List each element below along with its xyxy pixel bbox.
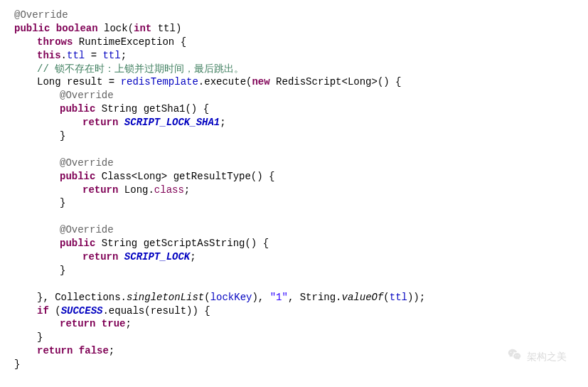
keyword: return	[82, 117, 118, 128]
keyword: return	[60, 318, 95, 329]
code-line: @Override	[14, 89, 574, 102]
field: ttl	[390, 292, 407, 303]
annotation: @Override	[60, 157, 114, 169]
code-block: @Override public boolean lock(int ttl) t…	[14, 9, 574, 371]
space	[118, 117, 124, 128]
identifier: Long.	[118, 184, 154, 196]
identifier: Class<Long> getResultType() {	[95, 171, 274, 182]
static-method: valueOf	[342, 292, 384, 303]
punct: (	[49, 305, 61, 317]
identifier: String getScriptAsString() {	[95, 238, 269, 249]
punct: (	[204, 292, 210, 303]
code-line	[14, 210, 574, 223]
wechat-icon	[507, 347, 527, 366]
punct: ;	[109, 345, 114, 356]
code-line: }	[14, 129, 574, 143]
punct: ),	[252, 292, 269, 303]
static-method: singletonList	[127, 292, 204, 303]
punct: }	[14, 359, 20, 370]
code-line: }	[14, 196, 574, 210]
keyword: true	[102, 318, 126, 329]
identifier: }, Collections.	[37, 292, 127, 303]
punct: (	[383, 292, 389, 303]
punct: ;	[125, 318, 131, 329]
punct: ;	[190, 251, 196, 263]
identifier: Long result =	[37, 76, 121, 88]
keyword: public	[60, 171, 95, 182]
punct: }	[60, 197, 65, 208]
keyword: this	[37, 50, 61, 61]
watermark: 架构之美	[507, 347, 567, 366]
code-line: @Override	[14, 223, 574, 237]
code-line: return true;	[14, 317, 574, 331]
static-field: SCRIPT_LOCK_SHA1	[124, 117, 220, 128]
field: ttl	[67, 50, 85, 61]
punct: ));	[407, 292, 425, 303]
identifier: .equals(result)) {	[102, 305, 210, 317]
static-field: SUCCESS	[61, 305, 103, 317]
punct: ;	[121, 50, 127, 61]
keyword: false	[79, 345, 109, 356]
keyword: return	[82, 184, 118, 196]
keyword: boolean	[56, 23, 98, 34]
identifier: RedisScript<Long>() {	[270, 76, 402, 88]
code-line	[14, 277, 574, 291]
annotation: @Override	[60, 224, 114, 235]
identifier: , String.	[288, 292, 342, 303]
punct: }	[60, 130, 65, 142]
identifier: ttl)	[151, 23, 181, 34]
code-line: this.ttl = ttl;	[14, 49, 574, 63]
punct: =	[85, 50, 102, 61]
identifier: String getSha1() {	[95, 103, 209, 115]
code-line: public boolean lock(int ttl)	[14, 22, 574, 36]
comment: // 锁不存在时：上锁并过期时间，最后跳出。	[37, 63, 244, 75]
code-line: @Override	[14, 157, 574, 170]
keyword: int	[134, 23, 151, 34]
keyword: return	[37, 345, 73, 356]
field: redisTemplate	[121, 76, 198, 88]
annotation: @Override	[14, 9, 68, 21]
identifier: lock(	[98, 23, 134, 34]
static-field: SCRIPT_LOCK	[124, 251, 190, 263]
code-line: return SCRIPT_LOCK_SHA1;	[14, 116, 574, 129]
keyword: if	[37, 305, 49, 317]
punct: ;	[220, 117, 225, 128]
identifier: RuntimeException {	[73, 36, 186, 48]
keyword: public	[14, 23, 50, 34]
annotation: @Override	[60, 90, 114, 101]
punct: ;	[184, 184, 190, 196]
code-line: throws RuntimeException {	[14, 36, 574, 49]
punct: }	[60, 265, 65, 276]
code-line: public Class<Long> getResultType() {	[14, 170, 574, 184]
code-line: }	[14, 264, 574, 277]
code-line: public String getSha1() {	[14, 102, 574, 116]
watermark-text: 架构之美	[527, 350, 567, 364]
code-line: }	[14, 358, 574, 371]
code-line: }, Collections.singletonList(lockKey), "…	[14, 291, 574, 304]
keyword: public	[60, 103, 95, 115]
code-line: return false;	[14, 344, 574, 358]
keyword: public	[60, 238, 95, 249]
keyword: return	[82, 251, 118, 263]
keyword: class	[154, 184, 184, 196]
keyword: new	[252, 76, 269, 88]
identifier: .execute(	[198, 76, 252, 88]
keyword: throws	[37, 36, 73, 48]
punct: }	[37, 332, 43, 343]
punct: .	[61, 50, 67, 61]
code-line	[14, 143, 574, 157]
code-line: Long result = redisTemplate.execute(new …	[14, 75, 574, 89]
code-line: public String getScriptAsString() {	[14, 237, 574, 250]
field: lockKey	[210, 292, 252, 303]
code-line: @Override	[14, 9, 574, 22]
field: ttl	[102, 50, 120, 61]
code-line: if (SUCCESS.equals(result)) {	[14, 304, 574, 318]
code-line: return Long.class;	[14, 184, 574, 197]
code-line: return SCRIPT_LOCK;	[14, 250, 574, 264]
code-line: }	[14, 331, 574, 344]
code-line: // 锁不存在时：上锁并过期时间，最后跳出。	[14, 63, 574, 76]
space	[118, 251, 124, 263]
string: "1"	[270, 292, 288, 303]
